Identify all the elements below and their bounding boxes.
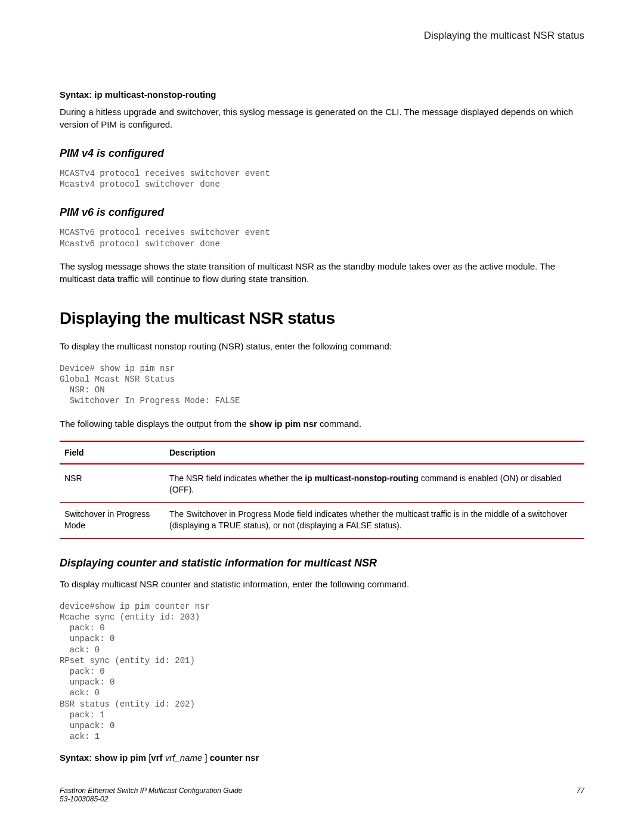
text-post: command. — [317, 419, 361, 429]
paragraph-table-intro: The following table displays the output … — [60, 417, 584, 430]
code-main: Device# show ip pim nsr Global Mcast NSR… — [60, 363, 584, 407]
page-container: Displaying the multicast NSR status Synt… — [0, 0, 644, 833]
heading-pim-v4: PIM v4 is configured — [60, 147, 584, 160]
heading-pim-v6: PIM v6 is configured — [60, 206, 584, 219]
footer-docnum: 53-1003085-02 — [60, 795, 584, 803]
cell-field: Switchover in Progress Mode — [60, 502, 165, 538]
cell-field: NSR — [60, 464, 165, 503]
paragraph-counter-intro: To display multicast NSR counter and sta… — [60, 578, 584, 590]
desc-bold: ip multicast-nonstop-routing — [305, 473, 419, 483]
code-pim-v6: MCASTv6 protocol receives switchover eve… — [60, 227, 584, 249]
heading-counter: Displaying counter and statistic informa… — [60, 557, 584, 569]
code-pim-v4: MCASTv4 protocol receives switchover eve… — [60, 168, 584, 190]
th-field: Field — [60, 441, 165, 464]
paragraph-pim-v6: The syslog message shows the state trans… — [60, 260, 584, 285]
table-header-row: Field Description — [60, 441, 584, 464]
footer-title: FastIron Ethernet Switch IP Multicast Co… — [60, 786, 242, 795]
page-footer: FastIron Ethernet Switch IP Multicast Co… — [60, 786, 584, 803]
table-row: Switchover in Progress Mode The Switchov… — [60, 502, 584, 538]
cell-desc: The Switchover in Progress Mode field in… — [165, 502, 584, 538]
desc-pre: The Switchover in Progress Mode field in… — [169, 509, 567, 531]
heading-main: Displaying the multicast NSR status — [60, 309, 584, 328]
syntax-label: Syntax: ip multicast-nonstop-routing — [60, 89, 584, 100]
section-pim-v4: PIM v4 is configured MCASTv4 protocol re… — [60, 147, 584, 190]
th-desc: Description — [165, 441, 584, 464]
section-syntax: Syntax: ip multicast-nonstop-routing Dur… — [60, 89, 584, 131]
output-table: Field Description NSR The NSR field indi… — [60, 441, 584, 539]
syntax-counter: Syntax: show ip pim [vrf vrf_name ] coun… — [60, 753, 584, 763]
syntax-bracket-close: ] — [205, 753, 209, 763]
section-counter: Displaying counter and statistic informa… — [60, 557, 584, 763]
text-cmd: show ip pim nsr — [249, 419, 317, 429]
running-header: Displaying the multicast NSR status — [60, 30, 584, 42]
section-pim-v6: PIM v6 is configured MCASTv6 protocol re… — [60, 206, 584, 284]
table-row: NSR The NSR field indicates whether the … — [60, 464, 584, 503]
syntax-vrf: vrf — [151, 753, 165, 763]
syntax-vrf-name: vrf_name — [165, 753, 205, 763]
code-counter: device#show ip pim counter nsr Mcache sy… — [60, 601, 584, 742]
cell-desc: The NSR field indicates whether the ip m… — [165, 464, 584, 503]
syntax-pre: Syntax: show ip pim — [60, 753, 148, 763]
section-main: Displaying the multicast NSR status To d… — [60, 309, 584, 539]
paragraph-intro: During a hitless upgrade and switchover,… — [60, 106, 584, 131]
footer-page-number: 77 — [577, 786, 584, 795]
paragraph-main-intro: To display the multicast nonstop routing… — [60, 340, 584, 352]
syntax-post: counter nsr — [210, 753, 259, 763]
text-pre: The following table displays the output … — [60, 419, 249, 429]
desc-pre: The NSR field indicates whether the — [169, 473, 305, 483]
